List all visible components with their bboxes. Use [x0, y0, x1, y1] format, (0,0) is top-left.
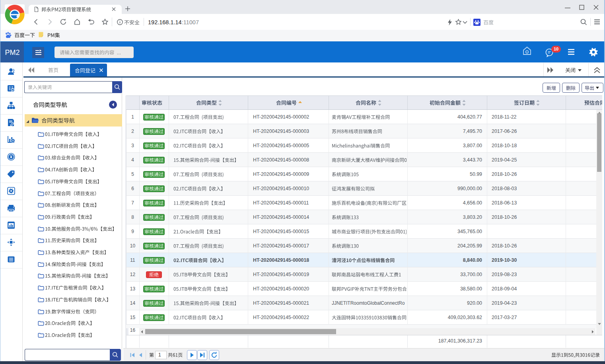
svg-text:¥: ¥ — [12, 139, 14, 142]
